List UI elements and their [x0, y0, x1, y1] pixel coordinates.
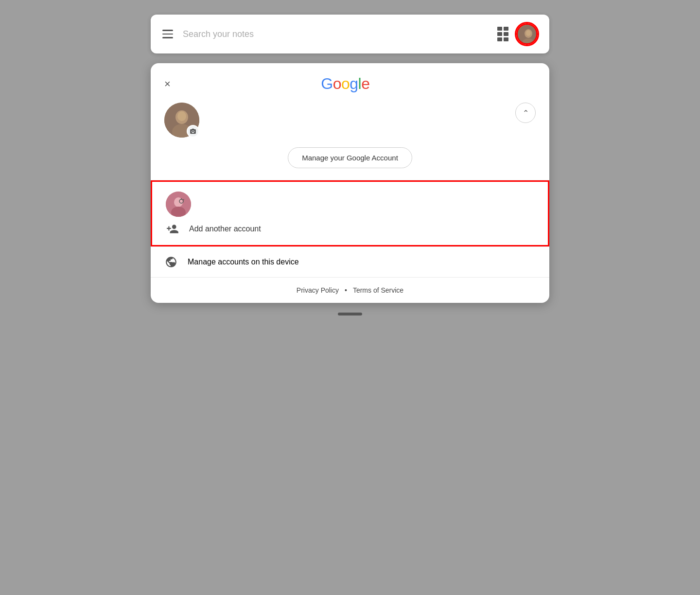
close-button[interactable]: × — [164, 79, 171, 89]
google-g: G — [321, 75, 332, 93]
second-avatar-svg — [166, 192, 191, 217]
primary-account-row: ⌃ — [164, 103, 536, 138]
manage-accounts-row[interactable]: Manage accounts on this device — [151, 247, 549, 277]
manage-accounts-icon — [164, 256, 178, 268]
manage-accounts-label: Manage accounts on this device — [188, 258, 299, 266]
user-avatar-button[interactable] — [516, 23, 538, 45]
svg-line-13 — [183, 199, 184, 200]
manage-account-button[interactable]: Manage your Google Account — [288, 147, 412, 168]
primary-account-section: ⌃ Manage your Google Account — [151, 103, 549, 180]
add-account-icon — [166, 223, 179, 235]
search-right — [497, 23, 538, 45]
account-dialog: × Google — [151, 63, 549, 303]
google-e: e — [361, 75, 369, 93]
google-o1: o — [333, 75, 341, 93]
google-l: l — [358, 75, 362, 93]
search-left: Search your notes — [162, 29, 254, 39]
bottom-nav-indicator — [338, 313, 362, 315]
chevron-up-button[interactable]: ⌃ — [515, 103, 536, 123]
svg-point-7 — [177, 111, 186, 121]
chevron-up-icon: ⌃ — [523, 108, 529, 118]
primary-account-avatar — [164, 103, 199, 138]
terms-of-service-link[interactable]: Terms of Service — [353, 286, 403, 294]
search-bar: Search your notes — [151, 15, 549, 53]
camera-icon — [190, 128, 196, 135]
google-g2: g — [350, 75, 358, 93]
search-placeholder[interactable]: Search your notes — [183, 29, 254, 39]
person-add-icon — [166, 223, 179, 235]
avatar-image — [518, 25, 536, 43]
hamburger-menu-icon[interactable] — [162, 30, 173, 38]
dialog-header: × Google — [151, 63, 549, 103]
dialog-top-row: × Google — [164, 75, 536, 93]
google-logo: Google — [321, 75, 369, 93]
avatar-svg — [518, 25, 536, 43]
dialog-footer: Privacy Policy • Terms of Service — [151, 278, 549, 303]
footer-dot: • — [345, 286, 347, 294]
google-o2: o — [341, 75, 350, 93]
add-account-label: Add another account — [189, 225, 261, 233]
grid-view-icon[interactable] — [497, 27, 508, 41]
second-account-avatar[interactable] — [166, 192, 191, 217]
camera-badge[interactable] — [187, 125, 199, 138]
privacy-policy-link[interactable]: Privacy Policy — [297, 286, 339, 294]
second-account-section: Add another account — [151, 180, 549, 246]
svg-point-3 — [526, 30, 531, 36]
add-account-row[interactable]: Add another account — [166, 223, 534, 235]
person-settings-icon — [165, 256, 177, 268]
